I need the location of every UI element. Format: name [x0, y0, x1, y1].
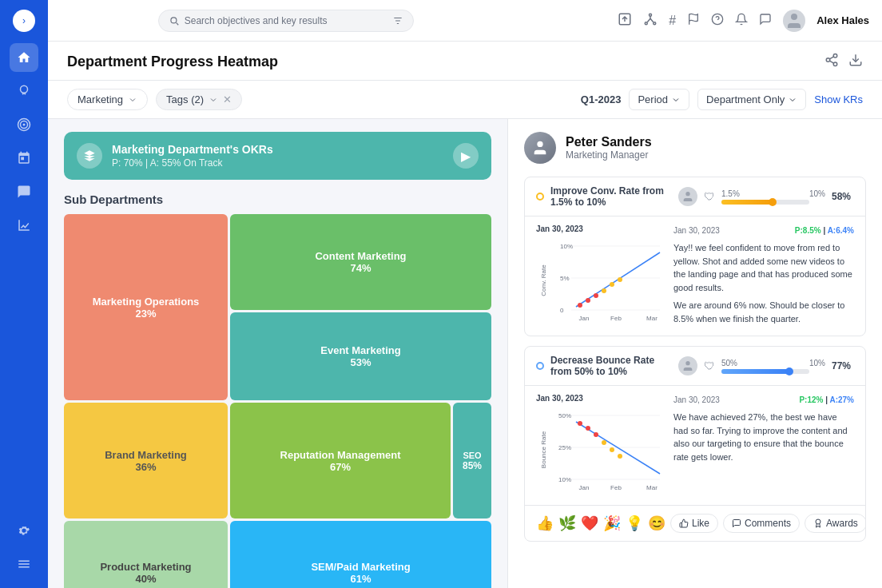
sidebar-item-analytics[interactable] [10, 211, 38, 240]
sidebar-item-ideas[interactable] [10, 77, 38, 105]
reaction-plant[interactable]: 🌿 [558, 514, 576, 532]
svg-text:25%: 25% [558, 444, 571, 451]
kr2-shield-icon: 🛡 [704, 360, 715, 372]
sidebar-item-settings[interactable] [10, 516, 38, 545]
sidebar-item-home[interactable] [10, 43, 38, 72]
reaction-confetti[interactable]: 🎉 [603, 514, 621, 532]
tags-filter[interactable]: Tags (2) ✕ [156, 89, 242, 110]
manager-card: Peter Sanders Marketing Manager [524, 132, 866, 164]
kr1-status-dot [536, 193, 544, 201]
dept-only-button[interactable]: Department Only [697, 89, 806, 110]
reaction-thumbsup[interactable]: 👍 [536, 514, 554, 532]
period-button[interactable]: Period [629, 89, 689, 110]
hashtag-icon[interactable]: # [669, 14, 676, 28]
sidebar-item-menu[interactable] [10, 550, 38, 578]
okr-play-button[interactable]: ▶ [453, 143, 479, 169]
kr2-progress-container: 50% 10% [721, 359, 825, 374]
share-icon[interactable] [824, 53, 839, 70]
okr-icon [77, 143, 102, 169]
reaction-bulb[interactable]: 💡 [626, 514, 643, 532]
sidebar-item-calendar[interactable] [10, 144, 38, 173]
svg-point-6 [654, 22, 656, 24]
svg-point-13 [833, 62, 837, 66]
awards-label: Awards [826, 518, 858, 529]
help-icon[interactable] [711, 13, 724, 29]
network-icon[interactable] [643, 12, 658, 30]
main-content: Search objectives and key results # [48, 0, 882, 588]
svg-text:Mar: Mar [646, 315, 658, 322]
content-area: Marketing Department's OKRs P: 70% | A: … [48, 119, 882, 588]
heatmap-cell-product[interactable]: Product Marketing 40% [64, 521, 228, 588]
sidebar-item-targets[interactable] [10, 110, 38, 139]
row3-group: Reputation Management 67% SEO 85% [230, 403, 491, 518]
heatmap-cell-marketing-ops[interactable]: Marketing Operations 23% [64, 214, 228, 400]
okr-title: Marketing Department's OKRs [112, 143, 443, 156]
heatmap-cell-event[interactable]: Event Marketing 53% [230, 312, 491, 400]
reaction-smile[interactable]: 😊 [648, 514, 665, 532]
upload-icon[interactable] [618, 12, 632, 30]
sidebar-item-messages[interactable] [10, 177, 38, 206]
page-body: Department Progress Heatmap Marketing Ta… [48, 42, 882, 588]
heatmap-cell-content[interactable]: Content Marketing 74% [230, 214, 491, 310]
svg-text:Feb: Feb [610, 484, 622, 491]
comments-icon [732, 518, 741, 528]
period-controls: Q1-2023 Period Department Only Show KRs [581, 89, 863, 110]
sidebar-toggle[interactable]: › [13, 10, 35, 32]
kr2-pct: 77% [832, 360, 854, 371]
tags-chevron-icon [209, 95, 218, 105]
svg-point-11 [833, 54, 837, 58]
okr-info: Marketing Department's OKRs P: 70% | A: … [112, 143, 443, 169]
department-filter[interactable]: Marketing [67, 89, 148, 110]
chat-icon[interactable] [759, 13, 772, 29]
right-panel: Peter Sanders Marketing Manager Improve … [507, 119, 882, 588]
svg-text:Bounce Rate: Bounce Rate [540, 431, 547, 468]
heatmap-cell-reputation[interactable]: Reputation Management 67% [230, 403, 451, 518]
tags-close-icon[interactable]: ✕ [223, 93, 232, 105]
okr-banner[interactable]: Marketing Department's OKRs P: 70% | A: … [64, 132, 491, 180]
kr1-progress-container: 1.5% 10% [721, 189, 825, 205]
filter-bar: Marketing Tags (2) ✕ Q1-2023 Period Depa… [48, 81, 882, 119]
kr1-progress-thumb [769, 198, 777, 206]
svg-point-34 [610, 282, 614, 287]
awards-button[interactable]: Awards [805, 514, 866, 533]
comments-button[interactable]: Comments [723, 514, 800, 533]
kr2-note1: We have achieved 27%, the best we have h… [673, 411, 854, 463]
svg-point-54 [816, 519, 820, 524]
kr2-from: 50% [721, 359, 737, 368]
manager-info: Peter Sanders Marketing Manager [566, 135, 652, 161]
svg-text:Jan: Jan [579, 484, 590, 491]
comments-label: Comments [745, 518, 791, 529]
svg-point-30 [578, 303, 582, 308]
page-title: Department Progress Heatmap [67, 54, 278, 70]
reaction-heart[interactable]: ❤️ [581, 514, 598, 532]
svg-point-4 [650, 14, 652, 16]
svg-text:Jan: Jan [579, 315, 590, 322]
search-bar[interactable]: Search objectives and key results [158, 10, 414, 32]
kr1-note2: We are around 6% now. Should be closer t… [673, 299, 854, 325]
svg-point-48 [578, 421, 582, 426]
user-avatar[interactable] [783, 10, 805, 32]
kr2-progress-track [721, 369, 809, 374]
svg-text:0: 0 [560, 307, 564, 314]
kr2-chart-svg: Bounce Rate 50% 25% 10% Jan Feb Mar [536, 406, 664, 494]
heatmap-cell-seo[interactable]: SEO 85% [453, 403, 491, 518]
kr1-from: 1.5% [721, 189, 740, 198]
bell-icon[interactable] [735, 13, 748, 29]
download-icon[interactable] [848, 53, 863, 70]
okr-meta: P: 70% | A: 55% On Track [112, 157, 443, 169]
svg-line-14 [829, 61, 833, 63]
svg-point-33 [602, 288, 606, 293]
like-button[interactable]: Like [670, 514, 718, 533]
left-panel: Marketing Department's OKRs P: 70% | A: … [48, 119, 507, 588]
dept-chevron-icon [788, 95, 797, 105]
heatmap-cell-sem[interactable]: SEM/Paid Marketing 61% [230, 521, 491, 588]
show-krs-button[interactable]: Show KRs [814, 93, 863, 105]
sub-departments-title: Sub Departments [64, 193, 491, 206]
flag-icon[interactable] [687, 13, 700, 29]
tags-label: Tags (2) [166, 93, 204, 105]
kr1-pa-label: P:8.5% | A:6.4% [795, 224, 854, 236]
kr2-status-dot [536, 362, 544, 370]
kr2-chart-area: Jan 30, 2023 Bounce Rate 50% 25% 10% Jan [525, 385, 865, 505]
svg-point-53 [618, 454, 622, 459]
heatmap-cell-brand[interactable]: Brand Marketing 36% [64, 403, 228, 518]
